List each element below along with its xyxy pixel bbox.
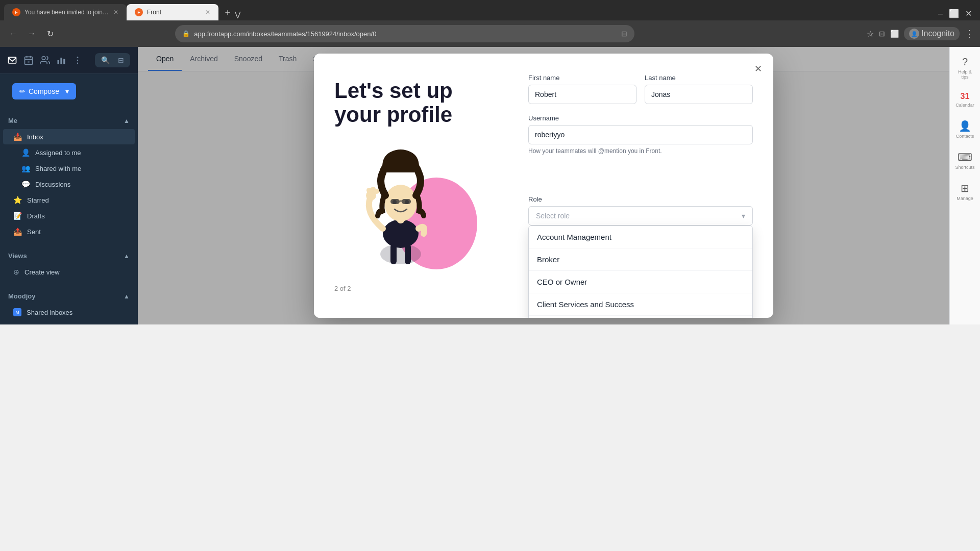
bookmark-icon[interactable]: ☆ bbox=[867, 29, 874, 39]
inbox-app-icon[interactable] bbox=[7, 52, 17, 68]
svg-rect-25 bbox=[402, 199, 411, 204]
browser-tab-1[interactable]: F You have been invited to join Fro... ✕ bbox=[4, 4, 127, 20]
views-section-title: Views bbox=[8, 252, 27, 260]
first-name-input[interactable] bbox=[528, 85, 636, 104]
last-name-group: Last name bbox=[645, 74, 753, 104]
inbox-icon: 📥 bbox=[13, 133, 22, 141]
svg-point-10 bbox=[77, 63, 79, 64]
me-section-header[interactable]: Me ▲ bbox=[0, 113, 138, 129]
role-option-broker[interactable]: Broker bbox=[529, 248, 752, 271]
address-bar[interactable]: 🔒 app.frontapp.com/inboxes/teammates/156… bbox=[175, 25, 634, 42]
modal-close-button[interactable]: ✕ bbox=[751, 62, 765, 76]
sidebar-item-create-view[interactable]: ⊕ Create view bbox=[3, 264, 135, 280]
calendar-icon: 31 bbox=[961, 92, 970, 101]
discussions-icon: 💬 bbox=[21, 180, 30, 188]
moodjoy-section-header[interactable]: Moodjoy ▲ bbox=[0, 288, 138, 304]
sidebar-item-sent[interactable]: 📤 Sent bbox=[3, 224, 135, 239]
svg-point-19 bbox=[374, 189, 379, 194]
role-select-button[interactable]: Select role ▾ bbox=[528, 206, 753, 226]
chart-app-icon[interactable] bbox=[56, 52, 66, 68]
svg-rect-5 bbox=[58, 60, 59, 64]
create-view-label: Create view bbox=[24, 268, 60, 276]
views-section-header[interactable]: Views ▲ bbox=[0, 248, 138, 264]
manage-icon: ⊞ bbox=[961, 182, 969, 194]
assigned-label: Assigned to me bbox=[35, 149, 81, 157]
forward-button[interactable]: → bbox=[24, 27, 39, 41]
role-dropdown: Account Management Broker CEO or Owner C… bbox=[528, 226, 753, 318]
manage-label: Manage bbox=[957, 196, 973, 201]
new-tab-button[interactable]: ＋ bbox=[220, 5, 235, 19]
contacts-label: Contacts bbox=[956, 134, 974, 139]
drafts-label: Drafts bbox=[27, 212, 45, 220]
calendar-app-icon[interactable]: 31 bbox=[23, 52, 34, 68]
tab-1-close[interactable]: ✕ bbox=[113, 9, 118, 16]
lock-icon: 🔒 bbox=[182, 30, 190, 37]
ext-icon-1[interactable]: ⊡ bbox=[879, 30, 885, 38]
svg-point-8 bbox=[77, 57, 79, 58]
drafts-icon: 📝 bbox=[13, 212, 22, 220]
maximize-button[interactable]: ⬜ bbox=[949, 9, 959, 18]
first-name-label: First name bbox=[528, 74, 636, 82]
browser-tab-2[interactable]: F Front ✕ bbox=[127, 4, 218, 20]
incognito-label: Incognito bbox=[921, 29, 954, 38]
ext-icon-2[interactable]: ⬜ bbox=[890, 30, 899, 38]
role-label: Role bbox=[528, 195, 753, 203]
search-bar[interactable]: 🔍 ⊟ bbox=[95, 53, 130, 67]
menu-icon[interactable]: ⋮ bbox=[965, 28, 974, 39]
sidebar-item-assigned[interactable]: 👤 Assigned to me bbox=[3, 145, 135, 160]
compose-button[interactable]: ✏ Compose ▾ bbox=[12, 83, 76, 99]
role-option-account-management[interactable]: Account Management bbox=[529, 226, 752, 248]
tab-2-close[interactable]: ✕ bbox=[205, 9, 210, 16]
tab-1-label: You have been invited to join Fro... bbox=[24, 9, 109, 16]
modal-illustration bbox=[334, 142, 487, 274]
role-option-client-services[interactable]: Client Services and Success bbox=[529, 293, 752, 316]
sidebar-item-shared[interactable]: 👥 Shared with me bbox=[3, 161, 135, 176]
tab-overflow: ⋁ bbox=[235, 10, 240, 18]
people-app-icon[interactable] bbox=[40, 52, 50, 68]
back-button[interactable]: ← bbox=[6, 27, 20, 41]
sidebar-item-shared-inboxes[interactable]: M Shared inboxes bbox=[3, 305, 135, 320]
sidebar-item-starred[interactable]: ⭐ Starred bbox=[3, 192, 135, 208]
search-icon: 🔍 bbox=[101, 56, 110, 64]
compose-label: Compose bbox=[29, 87, 59, 95]
shared-inboxes-label: Shared inboxes bbox=[27, 309, 72, 316]
role-option-customer-support[interactable]: Customer Support bbox=[529, 316, 752, 318]
username-input[interactable] bbox=[528, 125, 753, 144]
role-group: Role Select role ▾ Account Management Br… bbox=[528, 195, 753, 266]
shared-inboxes-icon: M bbox=[13, 308, 21, 316]
more-app-icon[interactable] bbox=[72, 52, 83, 68]
sidebar-item-inbox[interactable]: 📥 Inbox bbox=[3, 129, 135, 144]
help-tips-icon: ? bbox=[962, 56, 968, 68]
role-select-wrapper: Select role ▾ Account Management Broker … bbox=[528, 206, 753, 226]
reload-button[interactable]: ↻ bbox=[43, 27, 57, 41]
me-section-toggle[interactable]: ▲ bbox=[124, 117, 130, 124]
right-panel-contacts[interactable]: 👤 Contacts bbox=[952, 116, 978, 143]
role-option-ceo[interactable]: CEO or Owner bbox=[529, 271, 752, 293]
compose-wrapper: ✏ Compose ▾ bbox=[0, 74, 138, 109]
svg-rect-6 bbox=[60, 58, 62, 64]
sidebar-item-drafts[interactable]: 📝 Drafts bbox=[3, 208, 135, 223]
right-panel-manage[interactable]: ⊞ Manage bbox=[952, 178, 978, 205]
right-panel-calendar[interactable]: 31 Calendar bbox=[952, 88, 978, 112]
minimize-button[interactable]: – bbox=[938, 9, 943, 18]
filter-icon: ⊟ bbox=[621, 30, 627, 38]
close-button[interactable]: ✕ bbox=[965, 9, 972, 18]
inbox-label: Inbox bbox=[27, 133, 43, 141]
svg-rect-7 bbox=[63, 59, 65, 64]
role-dropdown-arrow: ▾ bbox=[742, 212, 745, 220]
sidebar-item-discussions[interactable]: 💬 Discussions bbox=[3, 177, 135, 192]
sent-label: Sent bbox=[27, 228, 41, 236]
modal-overlay: Let's set up your profile bbox=[138, 47, 949, 324]
last-name-label: Last name bbox=[645, 74, 753, 82]
search-filter-icon[interactable]: ⊟ bbox=[118, 56, 124, 64]
tab-2-favicon: F bbox=[135, 8, 143, 16]
contacts-icon: 👤 bbox=[959, 120, 971, 132]
views-section-toggle[interactable]: ▲ bbox=[124, 253, 130, 260]
moodjoy-section-toggle[interactable]: ▲ bbox=[124, 293, 130, 300]
last-name-input[interactable] bbox=[645, 85, 753, 104]
right-panel: ? Help & tips 31 Calendar 👤 Contacts ⌨ S… bbox=[949, 47, 980, 324]
tab-1-favicon: F bbox=[12, 8, 20, 16]
right-panel-help[interactable]: ? Help & tips bbox=[952, 52, 978, 84]
right-panel-shortcuts[interactable]: ⌨ Shortcuts bbox=[952, 147, 978, 174]
username-hint: How your teammates will @mention you in … bbox=[528, 147, 753, 155]
